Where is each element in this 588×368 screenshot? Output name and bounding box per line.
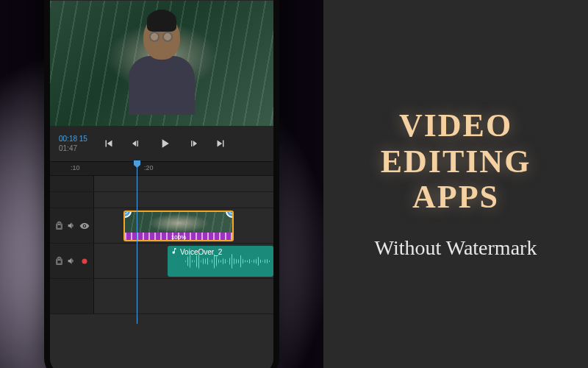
speaker-icon[interactable]: [67, 221, 77, 231]
transport-bar: 00:18 15 01:47: [50, 126, 273, 161]
timecode: 00:18 15 01:47: [59, 134, 87, 153]
audio-clip-label: VoiceOver_2: [180, 248, 222, 256]
promo-title: VIDEO EDITING APPS: [381, 108, 531, 215]
title-line: VIDEO: [381, 108, 531, 144]
frame-back-button[interactable]: [129, 136, 144, 151]
svg-point-0: [123, 210, 128, 214]
preview-subject: [118, 15, 206, 126]
timeline-ruler[interactable]: :10 :20: [50, 161, 273, 176]
title-line: EDITING: [381, 144, 531, 180]
music-note-icon: [171, 247, 178, 256]
title-line: APPS: [381, 180, 531, 215]
video-track[interactable]: 100%: [50, 208, 273, 244]
record-icon[interactable]: [79, 256, 90, 266]
duration: 01:47: [59, 144, 87, 153]
track-spacer: [50, 176, 273, 192]
phone-mockup-area: Sequence 01 00:: [0, 0, 323, 368]
video-clip[interactable]: 100%: [123, 210, 234, 241]
current-time: 00:18: [59, 135, 77, 143]
track-spacer: [50, 192, 273, 208]
playhead[interactable]: [137, 162, 137, 324]
frame-forward-button[interactable]: [185, 136, 200, 151]
video-preview[interactable]: [50, 1, 273, 126]
current-frame: 15: [79, 135, 87, 143]
speaker-icon[interactable]: [67, 256, 77, 266]
app-screen: Sequence 01 00:: [50, 0, 273, 368]
audio-track-header: [50, 244, 94, 278]
timeline: 100%: [50, 176, 273, 368]
play-button[interactable]: [157, 136, 172, 151]
phone-frame: Sequence 01 00:: [44, 0, 279, 368]
eye-icon[interactable]: [79, 221, 90, 231]
audio-track[interactable]: VoiceOver_2: [50, 244, 273, 279]
svg-point-1: [229, 210, 234, 214]
empty-track[interactable]: [50, 279, 273, 314]
audio-clip[interactable]: VoiceOver_2: [168, 246, 273, 277]
promo-subtitle: Without Watermark: [375, 236, 537, 260]
clip-speed-label: 100%: [171, 234, 186, 241]
skip-start-button[interactable]: [101, 136, 116, 151]
lock-icon[interactable]: [54, 221, 65, 231]
lock-icon[interactable]: [54, 256, 65, 266]
skip-end-button[interactable]: [213, 136, 228, 151]
ruler-tick: :10: [71, 164, 80, 171]
ruler-tick: :20: [144, 164, 154, 171]
promo-panel: VIDEO EDITING APPS Without Watermark: [323, 0, 588, 368]
svg-point-2: [82, 258, 87, 263]
video-track-header: [50, 208, 94, 243]
